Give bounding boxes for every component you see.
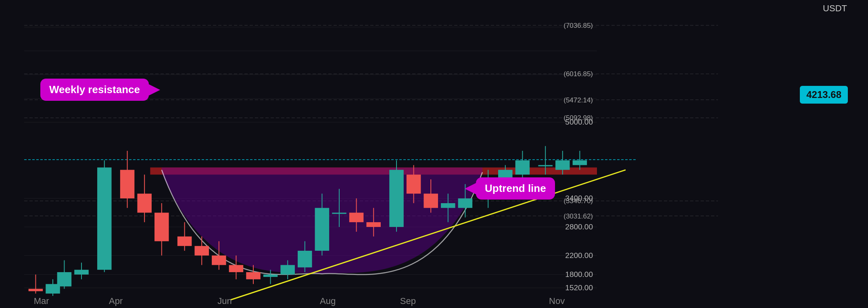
- currency-label: USDT: [823, 3, 847, 14]
- chart-container: Weekly resistance Uptrend line 4213.68 U…: [0, 0, 868, 308]
- current-price-badge: 4213.68: [800, 86, 848, 104]
